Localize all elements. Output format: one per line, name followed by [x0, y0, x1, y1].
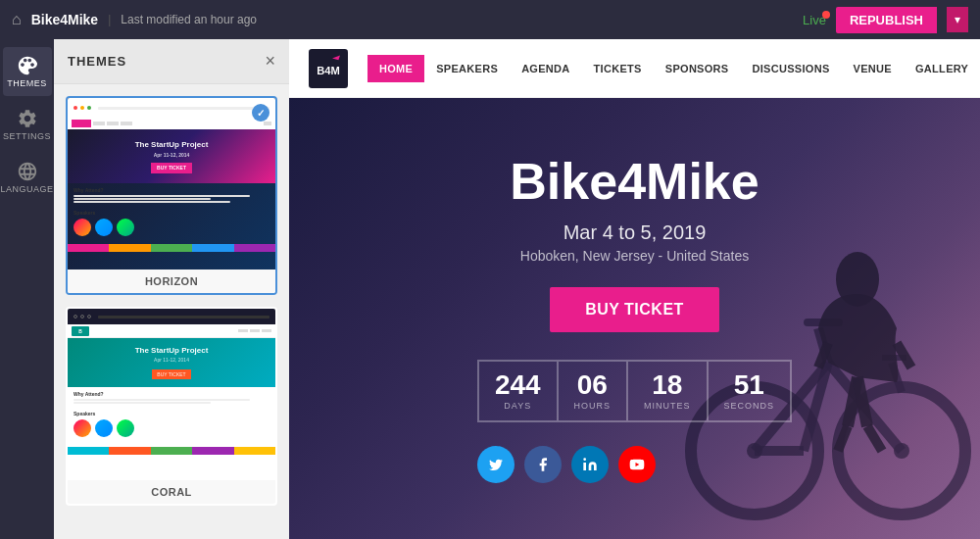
logo-svg: B4M [309, 49, 348, 88]
twitter-icon [488, 457, 504, 472]
live-button[interactable]: Live [803, 13, 826, 27]
site-name: Bike4Mike [31, 12, 98, 27]
hero-date: Mar 4 to 5, 2019 [477, 221, 792, 244]
themes-title: THEMES [68, 54, 126, 69]
preview-nav: B4M HOME SPEAKERS AGENDA TICKETS SPONSOR… [289, 39, 980, 98]
horizon-preview: The StartUp Project Apr 11-12, 2014 BUY … [68, 98, 275, 270]
theme-card-coral[interactable]: B The StartUp Project Apr 11-12, 2014 [66, 307, 277, 506]
coral-preview: B The StartUp Project Apr 11-12, 2014 [68, 309, 275, 480]
linkedin-button[interactable] [571, 446, 609, 483]
social-icons [477, 446, 792, 483]
live-dot [822, 11, 830, 19]
twitter-button[interactable] [477, 446, 514, 483]
linkedin-icon [582, 457, 598, 472]
seconds-value: 51 [734, 371, 764, 399]
svg-line-19 [897, 343, 911, 368]
language-label: LANGUAGE [1, 184, 54, 194]
days-value: 244 [495, 371, 541, 399]
sidebar-item-settings[interactable]: SETTINGS [3, 100, 52, 149]
main-layout: THEMES SETTINGS LANGUAGE THEMES × [0, 39, 980, 539]
settings-icon [17, 108, 38, 129]
themes-icon [17, 55, 38, 76]
home-icon[interactable]: ⌂ [12, 11, 22, 28]
minutes-value: 18 [652, 371, 682, 399]
nav-items: HOME SPEAKERS AGENDA TICKETS SPONSORS DI… [368, 55, 980, 82]
seconds-label: SECONDS [724, 401, 775, 411]
sidebar-item-language[interactable]: LANGUAGE [3, 153, 52, 202]
settings-label: SETTINGS [3, 131, 51, 141]
buy-ticket-button[interactable]: BUY TICKET [550, 287, 719, 332]
themes-panel: THEMES × [54, 39, 289, 539]
language-icon [17, 161, 38, 182]
preview-area: B4M HOME SPEAKERS AGENDA TICKETS SPONSOR… [289, 39, 980, 539]
nav-item-sponsors[interactable]: SPONSORS [654, 55, 741, 82]
countdown-minutes: 18 MINUTES [628, 360, 709, 422]
nav-item-tickets[interactable]: TICKETS [582, 55, 654, 82]
youtube-button[interactable] [618, 446, 656, 483]
hours-value: 06 [577, 371, 608, 399]
hours-label: HOURS [574, 401, 612, 411]
countdown-seconds: 51 SECONDS [709, 360, 793, 422]
facebook-icon [535, 457, 551, 472]
hero-content: Bike4Mike Mar 4 to 5, 2019 Hoboken, New … [477, 154, 792, 483]
nav-item-venue[interactable]: VENUE [842, 55, 904, 82]
days-label: DAYS [504, 401, 531, 411]
countdown-hours: 06 HOURS [559, 360, 629, 422]
hero-location: Hoboken, New Jersey - United States [477, 248, 792, 264]
left-sidebar: THEMES SETTINGS LANGUAGE [0, 39, 54, 539]
themes-label: THEMES [7, 78, 47, 88]
svg-text:B4M: B4M [317, 64, 340, 75]
svg-point-21 [583, 458, 586, 461]
nav-item-discussions[interactable]: DISCUSSIONS [741, 55, 842, 82]
themes-close-button[interactable]: × [265, 51, 275, 72]
preview-logo: B4M [309, 49, 348, 88]
separator: | [108, 13, 111, 26]
nav-item-speakers[interactable]: SPEAKERS [424, 55, 510, 82]
countdown-days: 244 DAYS [477, 360, 559, 422]
theme-card-horizon[interactable]: The StartUp Project Apr 11-12, 2014 BUY … [66, 96, 277, 295]
svg-line-17 [858, 377, 867, 426]
coral-name: CORAL [68, 480, 275, 504]
youtube-icon [629, 457, 645, 472]
top-bar: ⌂ Bike4Mike | Last modified an hour ago … [0, 0, 980, 39]
themes-list: The StartUp Project Apr 11-12, 2014 BUY … [54, 84, 289, 539]
facebook-button[interactable] [524, 446, 562, 483]
sidebar-item-themes[interactable]: THEMES [3, 47, 52, 96]
republish-button[interactable]: REPUBLISH [836, 7, 937, 33]
themes-header: THEMES × [54, 39, 289, 84]
last-modified: Last modified an hour ago [121, 13, 257, 26]
countdown: 244 DAYS 06 HOURS 18 MINUTES 51 SECONDS [477, 360, 792, 422]
horizon-name: HORIZON [68, 270, 275, 293]
hero-section: Bike4Mike Mar 4 to 5, 2019 Hoboken, New … [289, 98, 980, 539]
selected-checkmark: ✓ [252, 104, 270, 122]
nav-item-home[interactable]: HOME [368, 55, 424, 82]
nav-item-agenda[interactable]: AGENDA [510, 55, 581, 82]
nav-item-gallery[interactable]: GALLERY [904, 55, 980, 82]
minutes-label: MINUTES [644, 401, 691, 411]
hero-title: Bike4Mike [477, 154, 792, 210]
republish-dropdown[interactable]: ▾ [947, 7, 968, 32]
